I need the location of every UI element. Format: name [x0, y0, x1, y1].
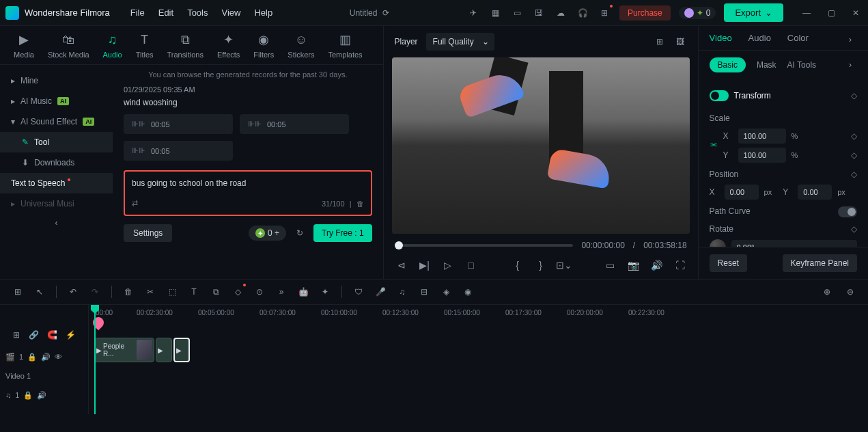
delete-icon[interactable]: 🗑	[356, 200, 364, 208]
crop-icon[interactable]: ⬚	[165, 285, 179, 299]
tab-stickers[interactable]: ☺Stickers	[288, 31, 314, 59]
subtab-ai-tools[interactable]: AI Tools	[787, 60, 816, 70]
zoom-icon[interactable]: ⊖	[843, 285, 857, 299]
refresh-icon[interactable]: ↻	[293, 226, 307, 240]
send-icon[interactable]: ✈	[466, 6, 480, 20]
tab-filters[interactable]: ◉Filters	[253, 31, 274, 59]
ai-tool-icon[interactable]: 🤖	[296, 285, 310, 299]
undo-icon[interactable]: ↶	[66, 285, 80, 299]
mute-icon[interactable]: 🔊	[37, 391, 46, 400]
sidebar-item-downloads[interactable]: ⬇Downloads	[0, 152, 113, 173]
image-view-icon[interactable]: 🖼	[673, 35, 687, 49]
grid-view-icon[interactable]: ⊞	[653, 35, 667, 49]
copy-icon[interactable]: ⧉	[209, 285, 223, 299]
subtab-basic[interactable]: Basic	[710, 57, 746, 72]
menu-tools[interactable]: Tools	[187, 8, 208, 18]
track-link-icon[interactable]: 🔗	[29, 328, 39, 342]
timeline-ruler[interactable]: 00:00 00:02:30:00 00:05:00:00 00:07:30:0…	[89, 305, 868, 323]
save-icon[interactable]: 🖫	[532, 6, 546, 20]
track-add-icon[interactable]: ⊞	[12, 328, 20, 342]
tab-video-props[interactable]: Video	[710, 33, 732, 50]
tab-effects[interactable]: ✦Effects	[217, 31, 240, 59]
sidebar-item-text-to-speech[interactable]: Text to Speech	[0, 173, 113, 193]
screen-icon[interactable]: ▭	[510, 6, 524, 20]
transform-section[interactable]: Transform ◇	[710, 85, 857, 107]
audio-track-icon[interactable]: ♫	[5, 391, 11, 399]
play-icon[interactable]: ▷	[441, 258, 455, 272]
color-tool-icon[interactable]: ◉	[461, 285, 475, 299]
lock-icon[interactable]: 🔒	[27, 353, 37, 362]
snapshot-icon[interactable]: 📷	[627, 258, 641, 272]
sound-result-1[interactable]: ⊪⊪00:05	[124, 114, 233, 134]
marker-in-icon[interactable]: {	[511, 258, 524, 272]
mute-icon[interactable]: 🔊	[41, 353, 51, 362]
layout-icon[interactable]: ⊞	[11, 285, 25, 299]
delete-icon[interactable]: 🗑	[122, 285, 135, 299]
lock-icon[interactable]: 🔒	[23, 391, 33, 400]
keyframe-tool-icon[interactable]: ◇	[231, 285, 244, 299]
more-subtabs-icon[interactable]: ›	[843, 58, 857, 72]
transform-toggle[interactable]	[710, 90, 729, 101]
keyframe-icon[interactable]: ◇	[851, 131, 857, 141]
more-tools-icon[interactable]: »	[275, 285, 288, 299]
tab-transitions[interactable]: ⧉Transitions	[167, 31, 204, 59]
zoom-fit-icon[interactable]: ⊕	[820, 285, 834, 299]
device-icon[interactable]: ▦	[488, 6, 502, 20]
video-clip-2[interactable]: ▶	[156, 338, 172, 362]
shuffle-icon[interactable]: ⇄	[132, 199, 138, 208]
speed-icon[interactable]: ⊙	[253, 285, 266, 299]
keyframe-icon[interactable]: ◇	[851, 170, 857, 179]
more-tabs-icon[interactable]: ›	[843, 33, 857, 46]
cloud-icon[interactable]: ☁	[554, 6, 568, 20]
marker-out-icon[interactable]: }	[534, 258, 548, 272]
keyframe-icon[interactable]: ◇	[851, 150, 857, 160]
compare-icon[interactable]: ▭	[604, 258, 617, 272]
pos-y-input[interactable]	[798, 185, 832, 200]
track-auto-icon[interactable]: ⚡	[66, 328, 76, 342]
quality-select[interactable]: Full Quality	[426, 33, 494, 51]
effects-tool-icon[interactable]: ✦	[318, 285, 332, 299]
prompt-input[interactable]	[132, 178, 364, 188]
scale-x-input[interactable]	[738, 129, 786, 144]
menu-view[interactable]: View	[221, 8, 240, 18]
seek-handle[interactable]	[395, 241, 403, 249]
maximize-button[interactable]: ▢	[824, 6, 838, 20]
video-track-1[interactable]: ▶ People R... ▶ ▶	[89, 336, 868, 364]
sidebar-item-tool[interactable]: ✎Tool	[0, 132, 113, 152]
keyframe-panel-button[interactable]: Keyframe Panel	[783, 254, 857, 272]
video-preview[interactable]	[392, 57, 690, 234]
prev-frame-icon[interactable]: ⊲	[395, 258, 408, 272]
export-button[interactable]: Export ⌄	[724, 3, 783, 22]
video-clip-1[interactable]: ▶ People R...	[94, 338, 154, 362]
volume-icon[interactable]: 🔊	[650, 258, 664, 272]
seek-bar[interactable]	[395, 244, 574, 247]
sidebar-more[interactable]: ‹	[0, 214, 113, 232]
scale-y-input[interactable]	[738, 148, 786, 163]
playhead[interactable]	[94, 305, 96, 414]
keyframe-icon[interactable]: ◇	[851, 91, 857, 100]
sound-result-3[interactable]: ⊪⊪00:05	[124, 141, 233, 161]
sidebar-item-ai-music[interactable]: ▸AI MusicAI	[0, 91, 113, 111]
settings-button[interactable]: Settings	[124, 224, 172, 242]
sound-result-2[interactable]: ⊪⊪00:05	[240, 114, 349, 134]
minimize-button[interactable]: —	[800, 6, 813, 20]
menu-edit[interactable]: Edit	[158, 8, 173, 18]
sidebar-item-mine[interactable]: ▸Mine	[0, 70, 113, 91]
tab-media[interactable]: ▶Media	[14, 31, 34, 59]
fullscreen-icon[interactable]: ⛶	[673, 258, 687, 272]
link-icon[interactable]: ⫘	[710, 139, 718, 149]
purchase-button[interactable]: Purchase	[619, 5, 671, 21]
video-clip-3-selected[interactable]: ▶	[173, 338, 190, 362]
tab-color-props[interactable]: Color	[787, 33, 809, 50]
timeline-tracks[interactable]: 00:00 00:02:30:00 00:05:00:00 00:07:30:0…	[89, 305, 868, 414]
tab-stock-media[interactable]: 🛍Stock Media	[48, 31, 89, 59]
stop-icon[interactable]: □	[464, 258, 478, 272]
track-magnet-icon[interactable]: 🧲	[47, 328, 57, 342]
apps-icon[interactable]: ⊞	[598, 6, 611, 20]
reset-button[interactable]: Reset	[710, 254, 747, 272]
mixer-icon[interactable]: ⊟	[417, 285, 431, 299]
user-badge[interactable]: ✦ 0	[679, 7, 716, 19]
sync-icon[interactable]: ⟳	[382, 8, 389, 18]
rotate-dial[interactable]	[710, 239, 726, 247]
pos-x-input[interactable]	[725, 185, 759, 200]
